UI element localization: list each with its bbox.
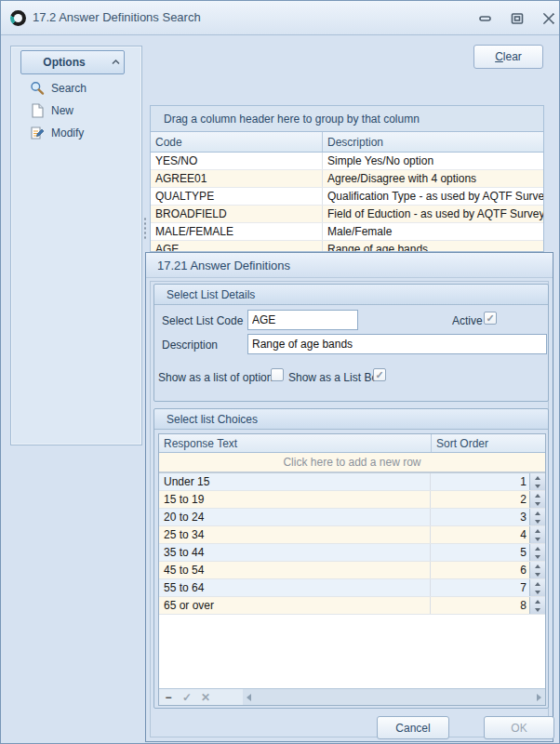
options-header-button[interactable]: Options — [20, 50, 125, 74]
table-row[interactable]: 55 to 64 7 — [159, 579, 545, 597]
commit-edit-icon[interactable]: ✓ — [178, 691, 196, 704]
sidebar-item-modify[interactable]: Modify — [29, 124, 84, 142]
spinner-up-icon[interactable] — [530, 509, 545, 517]
sort-order-spinner[interactable] — [529, 579, 545, 596]
description-cell[interactable]: Agree/Disagree with 4 options — [323, 170, 543, 187]
spinner-down-icon[interactable] — [530, 588, 545, 596]
titlebar[interactable]: 17.2 Answer Definitions Search — [1, 1, 559, 35]
ok-button[interactable]: OK — [484, 716, 554, 739]
sort-order-cell[interactable]: 1 — [431, 473, 529, 490]
sort-order-spinner[interactable] — [529, 526, 545, 543]
code-cell[interactable]: QUALTYPE — [151, 188, 323, 205]
group-by-hint: Drag a column header here to group by th… — [151, 106, 543, 132]
spinner-up-icon[interactable] — [530, 526, 545, 535]
sort-order-cell[interactable]: 6 — [431, 562, 529, 578]
modal-title[interactable]: 17.21 Answer Definitions — [146, 253, 553, 278]
response-cell[interactable]: 35 to 44 — [159, 544, 431, 561]
table-row[interactable]: 20 to 24 3 — [159, 509, 545, 526]
sort-order-cell[interactable]: 5 — [431, 544, 529, 561]
description-cell[interactable]: Range of age bands — [323, 241, 543, 252]
select-list-code-input[interactable] — [247, 310, 358, 330]
show-listbox-checkbox[interactable] — [373, 368, 386, 381]
spinner-up-icon[interactable] — [530, 562, 545, 570]
table-row[interactable]: YES/NO Simple Yes/No option — [151, 153, 543, 170]
scroll-left-icon[interactable] — [247, 694, 251, 701]
cancel-edit-icon[interactable]: ✕ — [196, 691, 215, 704]
spinner-down-icon[interactable] — [530, 605, 545, 614]
code-cell[interactable]: BROADFIELD — [151, 206, 323, 222]
sort-order-spinner[interactable] — [529, 509, 545, 525]
minimize-button[interactable] — [475, 10, 496, 27]
response-cell[interactable]: 20 to 24 — [159, 509, 431, 525]
sort-order-spinner[interactable] — [529, 491, 545, 508]
response-cell[interactable]: 25 to 34 — [159, 526, 431, 543]
table-row[interactable]: AGE Range of age bands — [151, 241, 543, 252]
table-row[interactable]: BROADFIELD Field of Eduction - as used b… — [151, 206, 543, 223]
active-checkbox[interactable] — [484, 312, 497, 325]
table-row[interactable]: MALE/FEMALE Male/Female — [151, 223, 543, 241]
horizontal-scrollbar[interactable] — [243, 689, 545, 705]
code-cell[interactable]: YES/NO — [151, 153, 323, 169]
spinner-down-icon[interactable] — [530, 535, 545, 543]
spinner-up-icon[interactable] — [530, 544, 545, 552]
sort-order-cell[interactable]: 2 — [431, 491, 529, 508]
column-header-response-text[interactable]: Response Text — [159, 434, 432, 452]
description-cell[interactable]: Male/Female — [323, 223, 543, 240]
show-options-checkbox[interactable] — [271, 368, 284, 381]
table-row[interactable]: 15 to 19 2 — [159, 491, 545, 509]
description-input[interactable] — [247, 334, 547, 354]
sort-order-cell[interactable]: 4 — [431, 526, 529, 543]
sort-order-cell[interactable]: 3 — [431, 509, 529, 525]
description-cell[interactable]: Qualification Type - as used by AQTF Sur… — [323, 188, 543, 205]
answer-definitions-search-window: 17.2 Answer Definitions Search Clear Opt… — [0, 0, 560, 744]
response-cell[interactable]: 65 or over — [159, 597, 431, 614]
sort-order-spinner[interactable] — [529, 562, 545, 578]
maximize-button[interactable] — [507, 10, 527, 27]
sidebar-item-search[interactable]: Search — [29, 79, 87, 98]
response-cell[interactable]: 45 to 54 — [159, 562, 431, 578]
add-new-row[interactable]: Click here to add a new row — [159, 453, 545, 473]
column-header-description[interactable]: Description — [323, 132, 543, 152]
spinner-down-icon[interactable] — [530, 482, 545, 490]
scroll-right-icon[interactable] — [537, 694, 541, 701]
description-cell[interactable]: Simple Yes/No option — [323, 153, 543, 169]
spinner-down-icon[interactable] — [530, 517, 545, 525]
response-cell[interactable]: 55 to 64 — [159, 579, 431, 596]
spinner-up-icon[interactable] — [530, 597, 545, 605]
column-header-code[interactable]: Code — [151, 132, 323, 152]
spinner-up-icon[interactable] — [530, 579, 545, 588]
table-row[interactable]: QUALTYPE Qualification Type - as used by… — [151, 188, 543, 206]
table-row[interactable]: 45 to 54 6 — [159, 562, 545, 579]
table-row[interactable]: Under 15 1 — [159, 473, 545, 491]
sidebar-item-new[interactable]: New — [29, 101, 73, 120]
description-cell[interactable]: Field of Eduction - as used by AQTF Surv… — [323, 206, 543, 222]
group-header: Select list Choices — [154, 409, 548, 430]
spinner-up-icon[interactable] — [530, 473, 545, 482]
response-cell[interactable]: 15 to 19 — [159, 491, 431, 508]
spinner-down-icon[interactable] — [530, 570, 545, 578]
cancel-button[interactable]: Cancel — [377, 716, 449, 739]
spinner-down-icon[interactable] — [530, 499, 545, 508]
answer-definitions-grid: Drag a column header here to group by th… — [150, 105, 544, 252]
column-header-sort-order[interactable]: Sort Order — [432, 434, 545, 452]
table-row[interactable]: 35 to 44 5 — [159, 544, 545, 562]
spinner-up-icon[interactable] — [530, 491, 545, 499]
clear-button[interactable]: Clear — [473, 45, 543, 69]
table-row[interactable]: 25 to 34 4 — [159, 526, 545, 544]
code-cell[interactable]: MALE/FEMALE — [151, 223, 323, 240]
table-row[interactable]: 65 or over 8 — [159, 597, 545, 615]
response-cell[interactable]: Under 15 — [159, 473, 431, 490]
code-cell[interactable]: AGE — [151, 241, 323, 252]
group-header: Select List Details — [154, 285, 548, 305]
sort-order-spinner[interactable] — [529, 473, 545, 490]
splitter-grip[interactable] — [143, 217, 147, 241]
sort-order-spinner[interactable] — [529, 544, 545, 561]
sort-order-cell[interactable]: 8 — [431, 597, 529, 614]
sort-order-cell[interactable]: 7 — [431, 579, 529, 596]
spinner-down-icon[interactable] — [530, 552, 545, 561]
sort-order-spinner[interactable] — [529, 597, 545, 614]
table-row[interactable]: AGREE01 Agree/Disagree with 4 options — [151, 170, 543, 188]
delete-row-icon[interactable]: − — [159, 691, 178, 704]
close-icon[interactable] — [539, 10, 559, 27]
code-cell[interactable]: AGREE01 — [151, 170, 323, 187]
